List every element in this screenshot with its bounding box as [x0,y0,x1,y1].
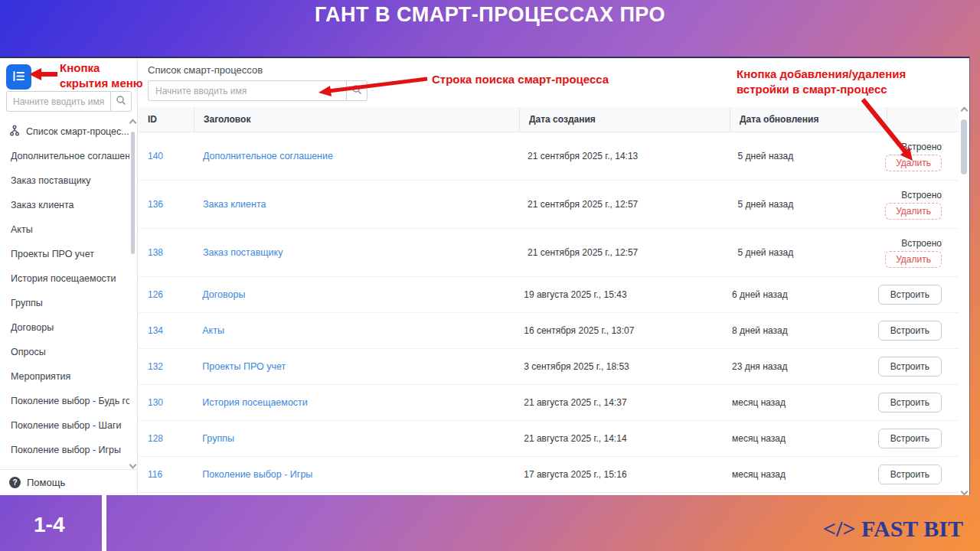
sidebar-item[interactable]: Поколение выбор - Будь го... [0,389,129,413]
row-created: 21 сентября 2025 г., 14:13 [518,151,728,161]
row-id-link[interactable]: 132 [139,361,193,372]
sidebar-section-smart-processes[interactable]: Список смарт-процес... [0,119,129,144]
row-id-link[interactable]: 140 [139,151,194,161]
row-title-link[interactable]: Заказ поставщику [194,247,518,258]
row-created: 21 августа 2025 г., 14:14 [514,433,723,444]
process-search-button[interactable] [346,80,368,101]
row-id-link[interactable]: 138 [139,247,194,258]
column-header-actions [887,107,959,132]
sidebar-item-help[interactable]: ? Помощь [0,469,137,495]
row-title-link[interactable]: Группы [193,433,514,444]
sidebar-item[interactable]: Договоры [0,315,129,340]
column-header-title: Заголовок [194,107,519,132]
row-id-link[interactable]: 116 [139,469,193,480]
embedded-status: Встроено [901,142,942,152]
scroll-down-icon[interactable] [129,461,137,469]
sidebar: Список смарт-процес... Дополнительное со… [0,58,138,495]
scrollbar-thumb[interactable] [131,132,135,254]
remove-embed-button[interactable]: Удалить [885,251,942,268]
app-window: Список смарт-процес... Дополнительное со… [0,57,969,495]
sidebar-item[interactable]: Акты [0,217,129,242]
row-created: 19 августа 2025 г., 15:43 [514,289,723,300]
sidebar-item[interactable]: Дополнительное соглашение [0,144,129,168]
sidebar-menu: Список смарт-процес... Дополнительное со… [0,119,129,468]
sidebar-item[interactable]: Заказ клиента [0,193,129,217]
table-row: 132 Проекты ПРО учет 3 сентября 2025 г.,… [139,349,959,385]
row-title-link[interactable]: Договоры [193,289,514,300]
scroll-down-icon[interactable] [961,488,969,496]
row-created: 16 сентября 2025 г., 13:07 [514,325,723,336]
sidebar-item[interactable]: История посещаемости [0,266,129,291]
row-title-link[interactable]: Акты [193,325,514,336]
table-row: 136 Заказ клиента 21 сентября 2025 г., 1… [139,181,959,229]
sidebar-item[interactable]: Опросы [0,340,129,364]
column-header-created: Дата создания [519,107,730,132]
row-id-link[interactable]: 128 [139,433,193,444]
table-row: 134 Акты 16 сентября 2025 г., 13:07 8 дн… [139,313,959,349]
sidebar-item[interactable]: Мероприятия [0,364,129,389]
row-created: 21 августа 2025 г., 14:37 [514,397,723,408]
main-content: Список смарт-процессов ID Заголовок Дата… [139,58,969,495]
row-updated: месяц назад [723,469,878,480]
embed-button[interactable]: Встроить [878,429,942,448]
search-icon [351,84,362,97]
embedded-status: Встроено [901,190,942,201]
row-title-link[interactable]: Дополнительное соглашение [194,151,518,161]
table-header: ID Заголовок Дата создания Дата обновлен… [139,107,959,132]
row-title-link[interactable]: История посещаемости [193,397,514,408]
sidebar-item[interactable]: Группы [0,291,129,315]
process-search-input[interactable] [148,80,346,101]
search-icon [116,95,126,108]
sidebar-scrollbar[interactable] [129,119,136,468]
row-updated: месяц назад [723,433,878,444]
sidebar-search-button[interactable] [110,91,132,112]
remove-embed-button[interactable]: Удалить [885,155,942,171]
row-updated: 8 дней назад [723,325,878,336]
embed-button[interactable]: Встроить [878,393,942,412]
row-created: 21 сентября 2025 г., 12:57 [518,247,728,258]
row-updated: 23 дня назад [723,361,878,372]
embedded-status: Встроено [901,238,942,249]
table-row: 126 Договоры 19 августа 2025 г., 15:43 6… [139,277,959,313]
help-icon: ? [9,477,21,488]
row-title-link[interactable]: Поколение выбор - Игры [193,469,514,480]
table-row: 116 Поколение выбор - Игры 17 августа 20… [139,457,959,493]
footer-divider [102,495,106,551]
embed-button[interactable]: Встроить [878,465,942,484]
sidebar-search-input[interactable] [6,91,110,112]
row-id-link[interactable]: 126 [139,289,193,300]
row-updated: 6 дней назад [723,289,878,300]
row-title-link[interactable]: Проекты ПРО учет [193,361,514,372]
table-row: 138 Заказ поставщику 21 сентября 2025 г.… [139,229,959,277]
table-row: 128 Группы 21 августа 2025 г., 14:14 мес… [139,421,959,457]
embed-button[interactable]: Встроить [878,357,942,377]
page-number: 1-4 [34,513,64,537]
row-id-link[interactable]: 130 [139,397,193,408]
table-row: 130 История посещаемости 21 августа 2025… [139,385,959,421]
sidebar-item[interactable]: Заказ поставщику [0,168,129,193]
scroll-up-icon[interactable] [961,107,969,115]
hamburger-icon [11,69,26,86]
list-title: Список смарт-процессов [148,64,263,76]
scroll-up-icon[interactable] [129,119,137,127]
scrollbar-thumb[interactable] [961,119,967,174]
embed-button[interactable]: Встроить [878,285,942,305]
sidebar-item[interactable]: Поколение выбор - Шаги [0,413,129,438]
row-title-link[interactable]: Заказ клиента [194,199,518,210]
row-created: 17 августа 2025 г., 15:16 [514,469,723,480]
process-search [148,80,368,101]
brand-logo: </> FAST BIT [823,516,963,542]
row-id-link[interactable]: 134 [139,325,193,336]
embed-button[interactable]: Встроить [878,321,942,341]
sidebar-section-label: Список смарт-процес... [26,126,129,137]
table-row: 140 Дополнительное соглашение 21 сентябр… [139,132,959,181]
table-body: 140 Дополнительное соглашение 21 сентябр… [139,132,959,495]
table-scrollbar[interactable] [959,107,969,495]
row-created: 3 сентября 2025 г., 18:53 [514,361,723,372]
sidebar-item[interactable]: Проекты ПРО учет [0,242,129,266]
remove-embed-button[interactable]: Удалить [885,203,942,220]
hide-menu-button[interactable] [6,64,31,90]
row-id-link[interactable]: 136 [139,199,194,210]
row-updated: 5 дней назад [729,151,886,161]
sidebar-item[interactable]: Поколение выбор - Игры [0,438,129,462]
